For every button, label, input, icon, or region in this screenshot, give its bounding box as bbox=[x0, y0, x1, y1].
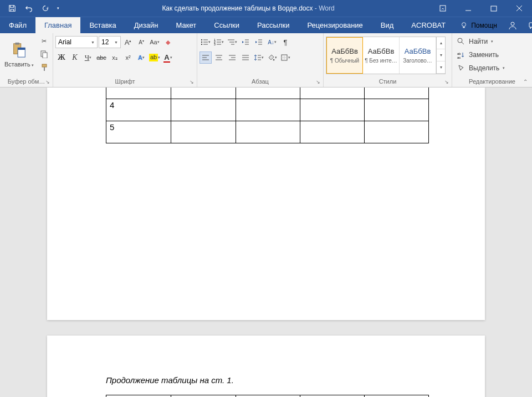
table-cell[interactable] bbox=[171, 99, 236, 121]
document-table-1[interactable]: 4 5 bbox=[106, 87, 429, 143]
comments-button[interactable] bbox=[523, 17, 532, 34]
replace-button[interactable]: abac Заменить bbox=[454, 49, 507, 61]
align-left-button[interactable] bbox=[200, 51, 212, 64]
underline-button[interactable]: Ч bbox=[82, 51, 94, 64]
style-no-spacing[interactable]: АаБбВв ¶ Без инте… bbox=[363, 37, 400, 74]
table-row[interactable]: 6 bbox=[106, 395, 429, 398]
tab-acrobat[interactable]: ACROBAT bbox=[402, 17, 454, 33]
document-table-2[interactable]: 6 7 8 bbox=[106, 395, 429, 397]
font-size-combo[interactable]: 12▼ bbox=[99, 36, 121, 48]
minimize-button[interactable] bbox=[456, 0, 481, 17]
collapse-ribbon-button[interactable]: ⌃ bbox=[521, 77, 530, 86]
show-marks-button[interactable]: ¶ bbox=[279, 36, 291, 48]
numbering-button[interactable]: 123 bbox=[213, 36, 225, 48]
table-cell[interactable] bbox=[171, 121, 236, 143]
tab-review[interactable]: Рецензирование bbox=[298, 17, 371, 33]
tab-design[interactable]: Дизайн bbox=[125, 17, 167, 33]
select-button[interactable]: Выделить bbox=[454, 62, 507, 74]
decrease-indent-button[interactable] bbox=[239, 36, 252, 48]
font-color-button[interactable]: A bbox=[162, 51, 174, 64]
table-cell[interactable] bbox=[106, 87, 171, 99]
styles-dialog-launcher[interactable] bbox=[443, 78, 451, 86]
table-cell[interactable] bbox=[236, 87, 300, 99]
table-cell[interactable] bbox=[236, 395, 300, 398]
align-right-button[interactable] bbox=[226, 51, 238, 64]
sort-button[interactable]: A↓ bbox=[266, 36, 278, 48]
borders-button[interactable] bbox=[279, 51, 291, 64]
table-cell[interactable]: 6 bbox=[106, 395, 171, 398]
table-cell[interactable] bbox=[365, 99, 429, 121]
copy-button[interactable] bbox=[38, 48, 50, 60]
style-gallery[interactable]: АаБбВв ¶ Обычный АаБбВв ¶ Без инте… АаБб… bbox=[326, 37, 446, 74]
text-effects-button[interactable]: A bbox=[135, 51, 147, 64]
redo-button[interactable] bbox=[38, 1, 53, 16]
style-heading1[interactable]: АаБбВв Заголово… bbox=[400, 37, 436, 74]
paste-button[interactable]: Вставить bbox=[2, 34, 36, 74]
align-center-button[interactable] bbox=[213, 51, 225, 64]
table-cell[interactable] bbox=[300, 395, 365, 398]
change-case-button[interactable]: Aa bbox=[149, 36, 161, 48]
table-cell[interactable] bbox=[365, 121, 429, 143]
superscript-button[interactable]: x² bbox=[122, 51, 134, 64]
shading-button[interactable] bbox=[266, 51, 278, 64]
document-area[interactable]: 4 5 Продолжение таблицы на ст. 1. bbox=[0, 87, 532, 397]
cut-button[interactable]: ✂ bbox=[38, 35, 50, 47]
highlight-button[interactable]: ab bbox=[149, 51, 161, 64]
format-painter-button[interactable] bbox=[38, 61, 50, 74]
account-button[interactable] bbox=[503, 17, 523, 34]
gallery-down-button[interactable]: ▾ bbox=[437, 49, 445, 61]
font-dialog-launcher[interactable] bbox=[188, 78, 196, 86]
gallery-up-button[interactable]: ▴ bbox=[437, 37, 445, 49]
svg-rect-9 bbox=[16, 43, 20, 45]
table-cell[interactable] bbox=[300, 121, 365, 143]
table-cell[interactable]: 4 bbox=[106, 99, 171, 121]
line-spacing-button[interactable] bbox=[253, 51, 265, 64]
justify-button[interactable] bbox=[239, 51, 252, 64]
table-cell[interactable] bbox=[300, 87, 365, 99]
save-button[interactable] bbox=[4, 1, 20, 16]
tab-home[interactable]: Главная bbox=[35, 17, 80, 33]
style-sample: АаБбВв bbox=[405, 47, 431, 55]
ribbon-display-options-button[interactable] bbox=[430, 0, 456, 17]
strikethrough-button[interactable]: abc bbox=[95, 51, 108, 64]
subscript-button[interactable]: x₂ bbox=[109, 51, 121, 64]
bullets-button[interactable] bbox=[200, 36, 212, 48]
table-row[interactable]: 4 bbox=[106, 99, 429, 121]
table-cell[interactable] bbox=[300, 99, 365, 121]
table-continuation-caption[interactable]: Продолжение таблицы на ст. 1. bbox=[106, 375, 435, 385]
find-button[interactable]: Найти bbox=[454, 35, 507, 48]
grow-font-button[interactable]: A▴ bbox=[122, 36, 134, 48]
undo-button[interactable] bbox=[21, 1, 37, 16]
table-cell[interactable] bbox=[365, 395, 429, 398]
table-cell[interactable] bbox=[236, 121, 300, 143]
italic-button[interactable]: К bbox=[69, 51, 81, 64]
table-cell[interactable] bbox=[171, 395, 236, 398]
multilevel-list-button[interactable] bbox=[226, 36, 238, 48]
increase-indent-button[interactable] bbox=[253, 36, 265, 48]
tab-mailings[interactable]: Рассылки bbox=[248, 17, 298, 33]
table-cell[interactable] bbox=[365, 87, 429, 99]
table-cell[interactable] bbox=[171, 87, 236, 99]
qat-customize-button[interactable]: ▾ bbox=[54, 1, 62, 16]
clipboard-dialog-launcher[interactable] bbox=[44, 78, 52, 86]
style-normal[interactable]: АаБбВв ¶ Обычный bbox=[326, 37, 363, 74]
bold-button[interactable]: Ж bbox=[55, 51, 68, 64]
paragraph-dialog-launcher[interactable] bbox=[314, 78, 322, 86]
font-name-combo[interactable]: Arial▼ bbox=[55, 36, 98, 48]
underline-label: Ч bbox=[85, 53, 89, 62]
table-cell[interactable] bbox=[236, 99, 300, 121]
maximize-button[interactable] bbox=[481, 0, 507, 17]
table-row[interactable]: 5 bbox=[106, 121, 429, 143]
tab-references[interactable]: Ссылки bbox=[205, 17, 248, 33]
tell-me-button[interactable]: Помощн bbox=[454, 17, 503, 33]
gallery-expand-button[interactable]: ▾ bbox=[437, 61, 445, 74]
table-row[interactable] bbox=[106, 87, 429, 99]
clear-formatting-button[interactable]: ◆ bbox=[162, 36, 174, 48]
tab-layout[interactable]: Макет bbox=[167, 17, 205, 33]
shrink-font-button[interactable]: A▾ bbox=[135, 36, 147, 48]
tab-view[interactable]: Вид bbox=[372, 17, 403, 33]
tab-file[interactable]: Файл bbox=[0, 17, 35, 33]
close-button[interactable] bbox=[507, 0, 532, 17]
tab-insert[interactable]: Вставка bbox=[80, 17, 125, 33]
table-cell[interactable]: 5 bbox=[106, 121, 171, 143]
